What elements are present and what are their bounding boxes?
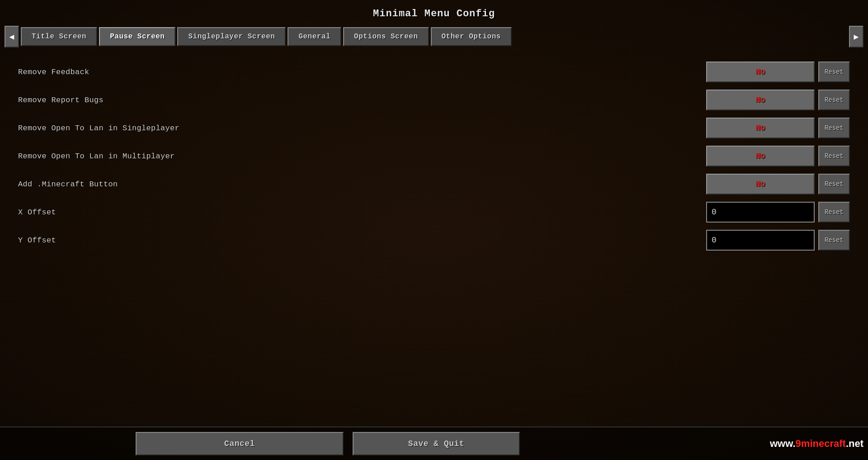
content-area: Remove FeedbackNoResetRemove Report Bugs…	[0, 51, 868, 427]
watermark-prefix: www.	[770, 438, 796, 449]
config-controls-remove-feedback: NoReset	[706, 62, 850, 82]
config-row-add-minecraft-button: Add .Minecraft ButtonNoReset	[18, 172, 850, 196]
config-controls-remove-open-to-lan-singleplayer: NoReset	[706, 118, 850, 138]
config-row-y-offset: Y OffsetReset	[18, 228, 850, 252]
config-row-remove-feedback: Remove FeedbackNoReset	[18, 60, 850, 84]
config-label-remove-open-to-lan-multiplayer: Remove Open To Lan in Multiplayer	[18, 152, 706, 161]
config-label-remove-feedback: Remove Feedback	[18, 68, 706, 76]
toggle-remove-report-bugs[interactable]: No	[706, 90, 815, 110]
config-row-x-offset: X OffsetReset	[18, 200, 850, 224]
config-label-y-offset: Y Offset	[18, 236, 706, 245]
config-label-add-minecraft-button: Add .Minecraft Button	[18, 180, 706, 189]
page-title: Minimal Menu Config	[0, 0, 868, 26]
watermark-suffix: .net	[846, 438, 863, 449]
config-controls-remove-open-to-lan-multiplayer: NoReset	[706, 146, 850, 166]
reset-add-minecraft-button[interactable]: Reset	[818, 174, 850, 194]
tab-arrow-left[interactable]: ◀	[5, 26, 19, 47]
config-row-remove-report-bugs: Remove Report BugsNoReset	[18, 88, 850, 112]
tab-general[interactable]: General	[288, 27, 341, 46]
tab-singleplayer-screen[interactable]: Singleplayer Screen	[177, 27, 286, 46]
tab-arrow-right[interactable]: ▶	[849, 26, 863, 47]
toggle-remove-open-to-lan-multiplayer[interactable]: No	[706, 146, 815, 166]
config-controls-y-offset: Reset	[706, 230, 850, 251]
bottom-bar: Cancel Save & Quit www.9minecraft.net	[0, 427, 868, 460]
reset-y-offset[interactable]: Reset	[818, 230, 850, 251]
config-controls-add-minecraft-button: NoReset	[706, 174, 850, 194]
config-label-x-offset: X Offset	[18, 208, 706, 217]
toggle-add-minecraft-button[interactable]: No	[706, 174, 815, 194]
watermark-brand: 9minecraft	[796, 438, 846, 449]
config-label-remove-report-bugs: Remove Report Bugs	[18, 96, 706, 104]
config-row-remove-open-to-lan-singleplayer: Remove Open To Lan in SingleplayerNoRese…	[18, 116, 850, 140]
tab-other-options[interactable]: Other Options	[431, 27, 512, 46]
reset-remove-report-bugs[interactable]: Reset	[818, 90, 850, 110]
toggle-remove-open-to-lan-singleplayer[interactable]: No	[706, 118, 815, 138]
tab-pause-screen[interactable]: Pause Screen	[99, 27, 175, 46]
toggle-remove-feedback[interactable]: No	[706, 62, 815, 82]
config-label-remove-open-to-lan-singleplayer: Remove Open To Lan in Singleplayer	[18, 124, 706, 133]
save-quit-button[interactable]: Save & Quit	[353, 432, 520, 455]
tab-options-screen[interactable]: Options Screen	[343, 27, 429, 46]
config-controls-remove-report-bugs: NoReset	[706, 90, 850, 110]
reset-x-offset[interactable]: Reset	[818, 202, 850, 223]
watermark: www.9minecraft.net	[770, 438, 863, 450]
reset-remove-feedback[interactable]: Reset	[818, 62, 850, 82]
tabs-container: Title ScreenPause ScreenSingleplayer Scr…	[21, 27, 847, 46]
cancel-button[interactable]: Cancel	[136, 432, 344, 455]
tab-title-screen[interactable]: Title Screen	[21, 27, 97, 46]
config-row-remove-open-to-lan-multiplayer: Remove Open To Lan in MultiplayerNoReset	[18, 144, 850, 168]
reset-remove-open-to-lan-multiplayer[interactable]: Reset	[818, 146, 850, 166]
config-controls-x-offset: Reset	[706, 202, 850, 223]
input-x-offset[interactable]	[706, 202, 815, 223]
tab-bar: ◀ Title ScreenPause ScreenSingleplayer S…	[0, 26, 868, 47]
reset-remove-open-to-lan-singleplayer[interactable]: Reset	[818, 118, 850, 138]
input-y-offset[interactable]	[706, 230, 815, 251]
